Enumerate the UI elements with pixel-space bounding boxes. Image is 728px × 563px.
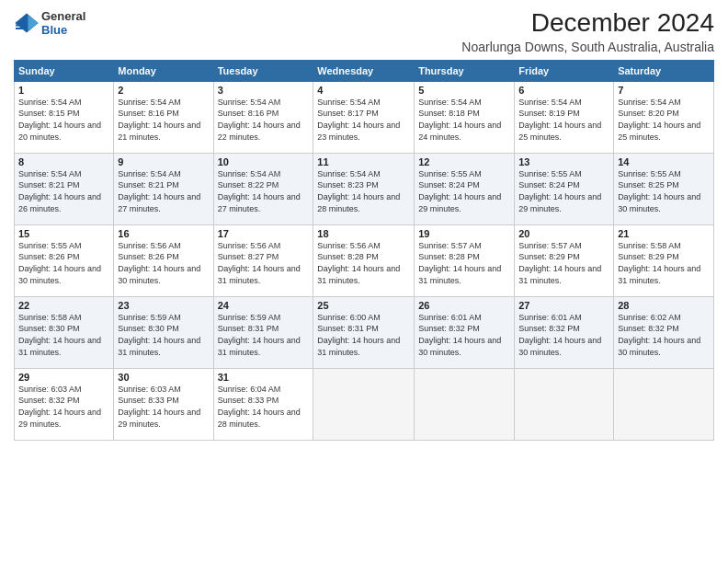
day-info: Sunrise: 5:55 AMSunset: 8:26 PMDaylight:… [18,240,109,286]
day-number: 17 [218,228,310,239]
calendar-cell: 30Sunrise: 6:03 AMSunset: 8:33 PMDayligh… [114,368,213,440]
day-number: 20 [518,228,609,239]
day-info: Sunrise: 6:01 AMSunset: 8:32 PMDaylight:… [418,312,510,358]
day-number: 6 [518,85,609,96]
day-info: Sunrise: 5:56 AMSunset: 8:26 PMDaylight:… [118,240,209,286]
weekday-header-thursday: Thursday [415,60,515,81]
weekday-header-friday: Friday [515,60,614,81]
day-number: 15 [18,228,109,239]
day-info: Sunrise: 5:54 AMSunset: 8:21 PMDaylight:… [118,168,209,214]
day-info: Sunrise: 5:54 AMSunset: 8:23 PMDaylight:… [317,168,410,214]
logo-icon [14,10,40,36]
calendar-cell: 31Sunrise: 6:04 AMSunset: 8:33 PMDayligh… [213,368,313,440]
calendar-cell: 12Sunrise: 5:55 AMSunset: 8:24 PMDayligh… [415,153,515,224]
page: General Blue December 2024 Noarlunga Dow… [0,0,728,563]
day-info: Sunrise: 5:54 AMSunset: 8:22 PMDaylight:… [218,168,310,214]
day-number: 9 [118,156,209,167]
calendar-cell: 25Sunrise: 6:00 AMSunset: 8:31 PMDayligh… [313,296,415,368]
day-number: 24 [218,300,310,311]
calendar-header-row: SundayMondayTuesdayWednesdayThursdayFrid… [15,60,714,81]
calendar-cell: 27Sunrise: 6:01 AMSunset: 8:32 PMDayligh… [515,296,614,368]
calendar-cell: 26Sunrise: 6:01 AMSunset: 8:32 PMDayligh… [415,296,515,368]
day-info: Sunrise: 5:54 AMSunset: 8:15 PMDaylight:… [18,97,109,143]
day-info: Sunrise: 5:58 AMSunset: 8:29 PMDaylight:… [618,240,710,286]
day-number: 26 [418,300,510,311]
subtitle: Noarlunga Downs, South Australia, Austra… [461,40,714,54]
calendar-cell: 21Sunrise: 5:58 AMSunset: 8:29 PMDayligh… [614,224,714,296]
day-number: 16 [118,228,209,239]
calendar-cell: 13Sunrise: 5:55 AMSunset: 8:24 PMDayligh… [515,153,614,224]
day-number: 22 [18,300,109,311]
calendar-cell: 1Sunrise: 5:54 AMSunset: 8:15 PMDaylight… [15,81,114,153]
day-info: Sunrise: 6:02 AMSunset: 8:32 PMDaylight:… [618,312,710,358]
day-number: 4 [317,85,410,96]
day-number: 19 [418,228,510,239]
day-number: 5 [418,85,510,96]
logo-text: General Blue [41,9,85,37]
svg-rect-3 [16,24,26,26]
week-row-1: 1Sunrise: 5:54 AMSunset: 8:15 PMDaylight… [15,81,714,153]
day-info: Sunrise: 6:04 AMSunset: 8:33 PMDaylight:… [218,384,310,430]
day-number: 14 [618,156,710,167]
day-info: Sunrise: 5:56 AMSunset: 8:27 PMDaylight:… [218,240,310,286]
day-number: 1 [18,85,109,96]
day-number: 8 [18,156,109,167]
day-info: Sunrise: 5:59 AMSunset: 8:31 PMDaylight:… [218,312,310,358]
calendar-cell [313,368,415,440]
day-info: Sunrise: 6:01 AMSunset: 8:32 PMDaylight:… [518,312,609,358]
calendar-cell: 22Sunrise: 5:58 AMSunset: 8:30 PMDayligh… [15,296,114,368]
day-info: Sunrise: 6:03 AMSunset: 8:32 PMDaylight:… [18,384,109,430]
calendar-cell: 4Sunrise: 5:54 AMSunset: 8:17 PMDaylight… [313,81,415,153]
svg-rect-4 [16,28,23,29]
week-row-3: 15Sunrise: 5:55 AMSunset: 8:26 PMDayligh… [15,224,714,296]
calendar-cell: 2Sunrise: 5:54 AMSunset: 8:16 PMDaylight… [114,81,213,153]
calendar-cell: 7Sunrise: 5:54 AMSunset: 8:20 PMDaylight… [614,81,714,153]
day-info: Sunrise: 5:58 AMSunset: 8:30 PMDaylight:… [18,312,109,358]
calendar-cell [515,368,614,440]
weekday-header-saturday: Saturday [614,60,714,81]
day-info: Sunrise: 6:00 AMSunset: 8:31 PMDaylight:… [317,312,410,358]
calendar-cell: 24Sunrise: 5:59 AMSunset: 8:31 PMDayligh… [213,296,313,368]
weekday-header-tuesday: Tuesday [213,60,313,81]
week-row-4: 22Sunrise: 5:58 AMSunset: 8:30 PMDayligh… [15,296,714,368]
day-number: 13 [518,156,609,167]
day-info: Sunrise: 5:54 AMSunset: 8:21 PMDaylight:… [18,168,109,214]
calendar-cell: 8Sunrise: 5:54 AMSunset: 8:21 PMDaylight… [15,153,114,224]
calendar-cell: 5Sunrise: 5:54 AMSunset: 8:18 PMDaylight… [415,81,515,153]
day-info: Sunrise: 5:54 AMSunset: 8:16 PMDaylight:… [118,97,209,143]
day-info: Sunrise: 5:55 AMSunset: 8:24 PMDaylight:… [418,168,510,214]
day-info: Sunrise: 5:55 AMSunset: 8:25 PMDaylight:… [618,168,710,214]
calendar-cell: 14Sunrise: 5:55 AMSunset: 8:25 PMDayligh… [614,153,714,224]
day-number: 30 [118,372,209,383]
calendar-cell: 19Sunrise: 5:57 AMSunset: 8:28 PMDayligh… [415,224,515,296]
day-info: Sunrise: 5:57 AMSunset: 8:28 PMDaylight:… [418,240,510,286]
calendar-cell: 15Sunrise: 5:55 AMSunset: 8:26 PMDayligh… [15,224,114,296]
calendar-cell: 29Sunrise: 6:03 AMSunset: 8:32 PMDayligh… [15,368,114,440]
day-number: 18 [317,228,410,239]
calendar-cell: 18Sunrise: 5:56 AMSunset: 8:28 PMDayligh… [313,224,415,296]
day-number: 27 [518,300,609,311]
calendar-cell [415,368,515,440]
day-number: 29 [18,372,109,383]
day-number: 7 [618,85,710,96]
calendar-cell [614,368,714,440]
day-number: 12 [418,156,510,167]
day-info: Sunrise: 5:54 AMSunset: 8:17 PMDaylight:… [317,97,410,143]
day-info: Sunrise: 5:54 AMSunset: 8:20 PMDaylight:… [618,97,710,143]
calendar-table: SundayMondayTuesdayWednesdayThursdayFrid… [14,60,714,441]
calendar-cell: 10Sunrise: 5:54 AMSunset: 8:22 PMDayligh… [213,153,313,224]
calendar-cell: 9Sunrise: 5:54 AMSunset: 8:21 PMDaylight… [114,153,213,224]
day-number: 10 [218,156,310,167]
day-number: 28 [618,300,710,311]
day-info: Sunrise: 5:54 AMSunset: 8:16 PMDaylight:… [218,97,310,143]
weekday-header-wednesday: Wednesday [313,60,415,81]
main-title: December 2024 [461,9,714,38]
day-number: 25 [317,300,410,311]
weekday-header-sunday: Sunday [15,60,114,81]
day-info: Sunrise: 5:56 AMSunset: 8:28 PMDaylight:… [317,240,410,286]
title-block: December 2024 Noarlunga Downs, South Aus… [461,9,714,54]
logo: General Blue [14,9,85,37]
header: General Blue December 2024 Noarlunga Dow… [14,9,714,54]
week-row-5: 29Sunrise: 6:03 AMSunset: 8:32 PMDayligh… [15,368,714,440]
calendar-cell: 20Sunrise: 5:57 AMSunset: 8:29 PMDayligh… [515,224,614,296]
